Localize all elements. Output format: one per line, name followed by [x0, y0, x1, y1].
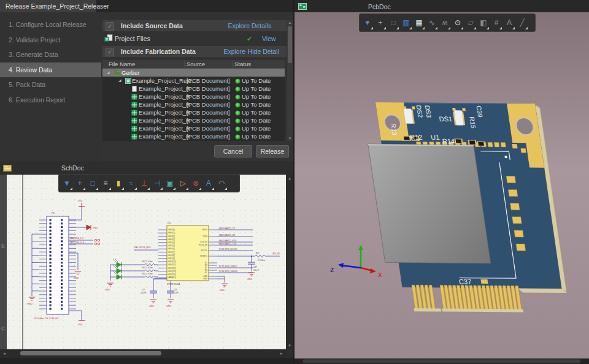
- file-blank-icon: [131, 86, 137, 92]
- pin-pad: [50, 305, 52, 306]
- table-row[interactable]: ◢Gerber: [102, 69, 285, 77]
- silkscreen-r12: R12: [409, 134, 423, 141]
- release-tab[interactable]: Release Example_Project_Releaser: [0, 0, 96, 12]
- table-row[interactable]: Example_Project_R[PCB Document]Up To Dat…: [102, 124, 285, 132]
- silkscreen-r14: R14: [442, 137, 455, 145]
- pin-pad: [50, 222, 52, 224]
- pcb-3d-viewport[interactable]: R13DS2DS3DS1R12U1R14R15C39C37zx: [294, 12, 589, 364]
- toolbar-room-button[interactable]: ◧: [477, 15, 490, 30]
- pin-name: GPIO[13]: [168, 270, 176, 273]
- pcb-hscroll-thumb[interactable]: [303, 360, 580, 363]
- table-row[interactable]: Example_Project_R[PCB Document]Up To Dat…: [102, 85, 285, 93]
- file-table-body: ◢Gerber◢Example_Project_Rele:[PCB Docume…: [102, 69, 285, 141]
- wizard-step-4[interactable]: 4. Review Data: [0, 63, 101, 77]
- label: PA11 USB_D_P: [70, 237, 84, 240]
- board-edge-bottom: [518, 288, 567, 293]
- cancel-button[interactable]: Cancel: [214, 145, 252, 157]
- toolbar-measure-button[interactable]: #: [490, 15, 502, 30]
- toolbar-selection-button[interactable]: □: [387, 15, 399, 30]
- include-source-checkbox[interactable]: ✓: [106, 22, 114, 31]
- label: PC12 SPW_SWDIO: [219, 265, 237, 268]
- source-explore-link[interactable]: Explore: [228, 20, 250, 31]
- column-separator[interactable]: [184, 61, 185, 67]
- toolbar-filter-button[interactable]: ▼: [61, 176, 73, 191]
- pin-pad: [50, 248, 52, 249]
- table-row[interactable]: Example_Project_R[PCB Document]Up To Dat…: [102, 93, 285, 100]
- toolbar-via-button[interactable]: ⊙: [452, 15, 464, 30]
- toolbar-line-button[interactable]: ╱: [516, 15, 528, 30]
- wizard-step-3[interactable]: 3. Generate Data: [0, 47, 101, 62]
- scroll-right-icon[interactable]: ►: [280, 349, 283, 358]
- fabrication-explore-link[interactable]: Explore: [223, 46, 245, 57]
- scroll-down-icon[interactable]: ▼: [286, 343, 293, 348]
- sch-hscrollbar[interactable]: ◄ ►: [0, 349, 286, 358]
- source-details-link[interactable]: Details: [252, 20, 271, 31]
- sch-vscrollbar[interactable]: ▲ ▼: [286, 175, 293, 349]
- fabrication-hide-detail-link[interactable]: Hide Detail: [248, 46, 279, 57]
- source-cell: [PCB Document]: [187, 108, 230, 116]
- scroll-up-icon[interactable]: ▲: [286, 176, 293, 181]
- toolbar-text-button[interactable]: A: [503, 15, 515, 30]
- wizard-step-6[interactable]: 6. Execution Report: [0, 93, 101, 107]
- table-row[interactable]: Example_Project_R[PCB Document]Up To Dat…: [102, 132, 285, 140]
- panel-divider[interactable]: [293, 0, 294, 364]
- toolbar-crosshair-button[interactable]: +: [374, 15, 387, 30]
- label: PA3 USART2_RX: [219, 234, 236, 237]
- scrollbar-thumb[interactable]: [20, 351, 161, 355]
- toolbar-board-insight-button[interactable]: ▥: [400, 15, 412, 30]
- content-scrollbar[interactable]: ▲ ▼: [287, 20, 293, 141]
- schdoc-tab-label[interactable]: SchDoc: [61, 161, 84, 175]
- pin-name: RXD0: [202, 229, 207, 231]
- pin-name: GPIO[10]: [168, 260, 176, 263]
- toolbar-port-button[interactable]: ▷: [177, 176, 189, 191]
- release-button[interactable]: Release: [256, 145, 289, 157]
- release-titlebar: Release Example_Project_Releaser: [0, 0, 293, 12]
- label: PC13 SPW_BOOT0: [219, 248, 237, 251]
- toolbar-filter-button[interactable]: ▼: [361, 15, 374, 30]
- label: PA0 USART2_CTS: [219, 243, 237, 245]
- toolbar-component-button[interactable]: ▦: [413, 15, 425, 30]
- toolbar-image-button[interactable]: ▣: [164, 176, 176, 191]
- wizard-step-2[interactable]: 2. Validate Project: [0, 32, 101, 47]
- column-separator[interactable]: [232, 61, 233, 67]
- release-wizard-panel: Release Example_Project_Releaser 1. Conf…: [0, 0, 293, 161]
- project-files-view-link[interactable]: View: [262, 32, 276, 45]
- source-cell: [PCB Document]: [187, 77, 230, 85]
- toolbar-arc-button[interactable]: ◠: [215, 176, 228, 191]
- toolbar-route-button[interactable]: ∿: [426, 15, 438, 30]
- pin-pad: [61, 276, 63, 278]
- toolbar-harness-button[interactable]: ⊣: [151, 176, 163, 191]
- toolbar-component-button[interactable]: ▮: [112, 176, 125, 191]
- toolbar-power-port-button[interactable]: ⊥: [138, 176, 150, 191]
- table-row[interactable]: Example_Project_R[PCB Document]Up To Dat…: [102, 108, 285, 116]
- table-row[interactable]: Example_Project_R[PCB Document]Up To Dat…: [102, 100, 285, 108]
- table-row[interactable]: Example_Project_R[PCB Document]Up To Dat…: [102, 116, 285, 124]
- include-fabrication-checkbox[interactable]: ✓: [106, 48, 114, 56]
- schematic-canvas[interactable]: GND3V3GNDPA11 USB_D_PPA12 USB_D_NGND3V3P…: [0, 175, 286, 349]
- wizard-step-1[interactable]: 1. Configure Local Release: [0, 17, 101, 32]
- label: C38: [174, 289, 177, 291]
- toolbar-3d-body-button[interactable]: ▱: [464, 15, 477, 30]
- scroll-down-icon[interactable]: ▼: [287, 136, 293, 141]
- toolbar-align-button[interactable]: ≡: [99, 176, 112, 191]
- project-files-row[interactable]: Project Files ✓ View: [102, 32, 287, 45]
- toolbar-no-erc-button[interactable]: ⊗: [190, 176, 202, 191]
- pcbdoc-tab-label[interactable]: PcbDoc: [368, 0, 391, 13]
- scroll-up-icon[interactable]: ▲: [287, 20, 293, 25]
- gnd-symbol: [29, 297, 35, 300]
- solder-pad: [521, 148, 526, 153]
- component-icon: ▦: [413, 15, 425, 30]
- toolbar-text-button[interactable]: A: [202, 176, 215, 191]
- toolbar-wire-button[interactable]: ≈: [125, 176, 137, 191]
- toolbar-crosshair-button[interactable]: +: [74, 176, 86, 191]
- toolbar-selection-button[interactable]: □: [87, 176, 99, 191]
- tree-expand-icon[interactable]: ◢: [107, 69, 110, 77]
- tree-expand-icon[interactable]: ◢: [118, 77, 121, 85]
- axis-x-label: x: [378, 270, 382, 279]
- scrollbar-thumb[interactable]: [288, 26, 292, 63]
- toolbar-polygon-button[interactable]: ʍ: [439, 15, 451, 30]
- table-row[interactable]: ◢Example_Project_Rele:[PCB Document]Up T…: [102, 77, 285, 85]
- wizard-step-5[interactable]: 5. Pack Data: [0, 77, 101, 92]
- scroll-left-icon[interactable]: ◄: [2, 349, 6, 358]
- pin-name: RTS1_DP: [199, 244, 207, 246]
